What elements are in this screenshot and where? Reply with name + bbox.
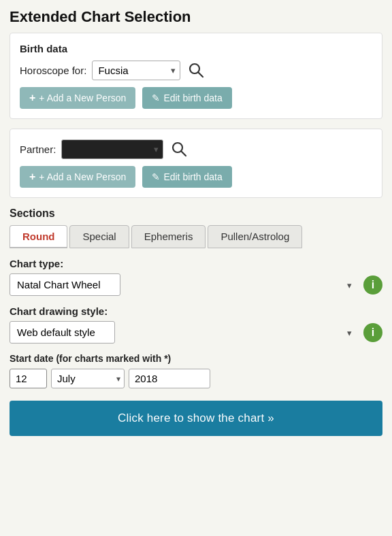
start-date-year-input[interactable] — [129, 369, 210, 388]
edit-birth-data-label-partner: Edit birth data — [163, 171, 222, 182]
tab-ephemeris[interactable]: Ephemeris — [131, 225, 206, 248]
partner-search-button[interactable] — [169, 139, 189, 159]
add-new-person-label-birth: + Add a New Person — [39, 93, 126, 103]
partner-btn-row: + + Add a New Person ✎ Edit birth data — [20, 166, 372, 188]
edit-birth-data-button[interactable]: ✎ Edit birth data — [142, 87, 231, 109]
page-title: Extended Chart Selection — [10, 8, 382, 26]
search-icon — [187, 61, 205, 79]
edit-birth-data-label: Edit birth data — [163, 93, 222, 103]
add-new-person-button-partner[interactable]: + + Add a New Person — [20, 166, 135, 188]
partner-card: Partner: + + Add a New Person ✎ Edit bir — [10, 129, 382, 198]
partner-select-wrapper — [61, 139, 163, 159]
tab-pullen[interactable]: Pullen/Astrolog — [208, 225, 302, 248]
month-select[interactable]: January February March April May June Ju… — [51, 369, 125, 388]
month-select-wrapper: January February March April May June Ju… — [51, 369, 125, 388]
tab-round[interactable]: Round — [10, 225, 67, 248]
birth-data-btn-row: + + Add a New Person ✎ Edit birth data — [20, 87, 372, 109]
horoscope-label: Horoscope for: — [20, 65, 86, 76]
chart-drawing-style-info-icon[interactable]: i — [363, 323, 382, 342]
tab-special[interactable]: Special — [69, 225, 129, 248]
horoscope-row: Horoscope for: Fucsia Other — [20, 60, 372, 80]
date-row: January February March April May June Ju… — [10, 369, 382, 388]
add-new-person-label-partner: + Add a New Person — [39, 171, 126, 182]
chart-type-label: Chart type: — [10, 258, 382, 269]
partner-row: Partner: — [20, 139, 372, 159]
plus-icon: + — [29, 92, 35, 104]
chart-type-select-wrapper: Natal Chart Wheel Other — [10, 273, 358, 296]
svg-line-1 — [199, 73, 203, 78]
birth-data-label: Birth data — [20, 43, 372, 54]
birth-data-card: Birth data Horoscope for: Fucsia Other +… — [10, 33, 382, 119]
svg-line-3 — [182, 152, 186, 156]
horoscope-search-button[interactable] — [186, 60, 206, 80]
chart-type-select[interactable]: Natal Chart Wheel Other — [10, 273, 120, 296]
edit-icon: ✎ — [152, 93, 160, 103]
show-chart-button[interactable]: Click here to show the chart » — [10, 401, 382, 436]
partner-select[interactable] — [61, 139, 163, 159]
page-container: Extended Chart Selection Birth data Horo… — [0, 0, 392, 446]
partner-label: Partner: — [20, 144, 56, 155]
start-date-label: Start date (for charts marked with *) — [10, 353, 382, 364]
horoscope-select[interactable]: Fucsia Other — [92, 61, 180, 80]
edit-birth-data-button-partner[interactable]: ✎ Edit birth data — [142, 166, 231, 188]
sections-label: Sections — [10, 207, 382, 220]
horoscope-select-wrapper: Fucsia Other — [92, 61, 180, 80]
chart-type-info-icon[interactable]: i — [363, 275, 382, 295]
partner-plus-icon: + — [29, 171, 35, 183]
start-date-day-input[interactable] — [10, 369, 47, 388]
tabs-row: Round Special Ephemeris Pullen/Astrolog — [10, 225, 382, 248]
partner-edit-icon: ✎ — [152, 171, 160, 182]
add-new-person-button-birth[interactable]: + + Add a New Person — [20, 87, 135, 109]
chart-drawing-style-label: Chart drawing style: — [10, 305, 382, 317]
chart-drawing-style-row: Web default style Other i — [10, 321, 382, 344]
chart-drawing-style-select[interactable]: Web default style Other — [10, 321, 115, 344]
chart-drawing-style-select-wrapper: Web default style Other — [10, 321, 358, 344]
chart-type-row: Natal Chart Wheel Other i — [10, 273, 382, 296]
partner-search-icon — [170, 140, 188, 158]
